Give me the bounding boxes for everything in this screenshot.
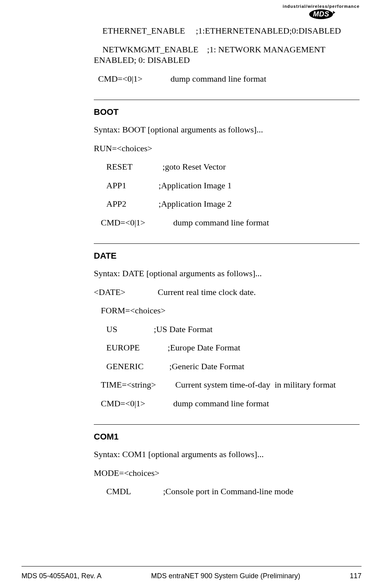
boot-cmd: CMD=<0|1> dump command line format xyxy=(94,217,360,228)
com1-opt-cmdl: CMDL ;Console port in Command-line mode xyxy=(94,486,360,497)
footer-right: 117 xyxy=(350,572,362,580)
date-cmd: CMD=<0|1> dump command line format xyxy=(94,398,360,409)
boot-opt-reset: RESET ;goto Reset Vector xyxy=(94,161,360,172)
page-content: ETHERNET_ENABLE ;1:ETHERNETENABLED;0:DIS… xyxy=(94,25,360,505)
footer-left: MDS 05-4055A01, Rev. A xyxy=(21,572,102,580)
ethernet-enable-line: ETHERNET_ENABLE ;1:ETHERNETENABLED;0:DIS… xyxy=(94,25,360,36)
com1-heading: COM1 xyxy=(94,432,360,442)
page-footer: MDS 05-4055A01, Rev. A MDS entraNET 900 … xyxy=(21,572,362,580)
logo-tagline: industrial/wireless/performance xyxy=(283,4,360,9)
boot-opt-app2: APP2 ;Application Image 2 xyxy=(94,198,360,209)
logo-mark: MDS xyxy=(309,9,333,19)
date-opt-europe: EUROPE ;Europe Date Format xyxy=(94,342,360,353)
section-rule-com1 xyxy=(94,424,360,425)
footer-rule xyxy=(21,566,362,567)
date-syntax: Syntax: DATE [optional arguments as foll… xyxy=(94,268,360,279)
boot-heading: BOOT xyxy=(94,107,360,117)
footer-center: MDS entraNET 900 System Guide (Prelimina… xyxy=(151,572,300,580)
date-opt-generic: GENERIC ;Generic Date Format xyxy=(94,361,360,372)
boot-run: RUN=<choices> xyxy=(94,143,360,154)
date-opt-us: US ;US Date Format xyxy=(94,324,360,335)
com1-mode: MODE=<choices> xyxy=(94,468,360,479)
brand-logo: industrial/wireless/performance MDS xyxy=(283,4,360,19)
section-rule-boot xyxy=(94,100,360,100)
boot-opt-app1: APP1 ;Application Image 1 xyxy=(94,180,360,191)
date-time: TIME=<string> Current system time-of-day… xyxy=(94,379,360,390)
section-rule-date xyxy=(94,243,360,244)
date-heading: DATE xyxy=(94,251,360,261)
date-line: <DATE> Current real time clock date. xyxy=(94,287,360,298)
boot-syntax: Syntax: BOOT [optional arguments as foll… xyxy=(94,124,360,135)
com1-syntax: Syntax: COM1 [optional arguments as foll… xyxy=(94,449,360,460)
date-form: FORM=<choices> xyxy=(94,305,360,316)
netwkmgmt-enable-line: NETWKMGMT_ENABLE ;1: NETWORK MANAGEMENT … xyxy=(94,44,360,66)
cmd-line-intro: CMD=<0|1> dump command line format xyxy=(94,73,360,84)
